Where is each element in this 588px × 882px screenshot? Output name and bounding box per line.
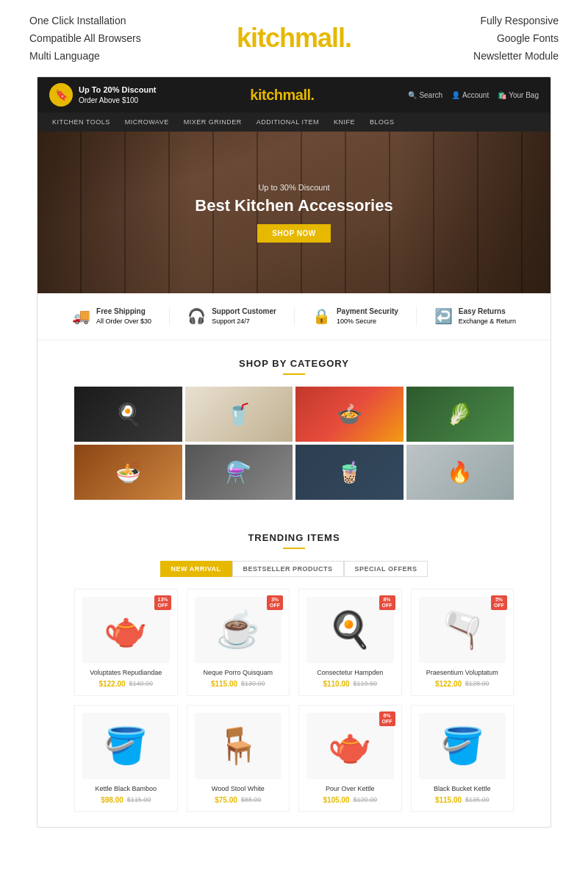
- nav-mixer-grinder[interactable]: Mixer Grinder: [176, 112, 249, 132]
- feature-support: 🎧 Support Customer Support 24/7: [170, 306, 295, 326]
- category-item-8[interactable]: 🔥: [406, 445, 514, 500]
- nav-microwave[interactable]: Microwave: [118, 112, 176, 132]
- category-item-7[interactable]: 🧋: [295, 445, 404, 500]
- category-item-2[interactable]: 🥤: [185, 387, 293, 442]
- tab-new-arrival[interactable]: NEW ARRIVAL: [160, 561, 232, 577]
- price-old-5: $115.00: [127, 796, 151, 803]
- feature-returns: ↩️ Easy Returns Exchange & Return: [417, 306, 534, 326]
- search-icon: 🔍: [408, 91, 417, 99]
- store-header: 🔖 Up To 20% Discount Order Above $100 ki…: [37, 77, 551, 112]
- discount-icon: 🔖: [49, 83, 73, 107]
- feature-bar: 🚚 Free Shipping All Order Over $30 🎧 Sup…: [37, 293, 551, 340]
- product-badge-7: 6%OFF: [379, 711, 395, 727]
- tab-special-offers[interactable]: SPECIAL OFFERS: [344, 561, 429, 577]
- category-item-5[interactable]: 🍜: [74, 445, 182, 500]
- hero-banner: Up to 30% Discount Best Kitchen Accessor…: [37, 132, 551, 293]
- top-bar-right: Fully Responsive Google Fonts Newsletter…: [473, 15, 559, 62]
- product-name-2: Neque Porro Quisquam: [195, 669, 282, 676]
- discount-text: Up To 20% Discount Order Above $100: [79, 85, 157, 104]
- search-btn[interactable]: 🔍 Search: [408, 91, 442, 99]
- hero-subtitle: Up to 30% Discount: [195, 183, 392, 192]
- product-grid-row1: 13%OFF 🫖 Voluptates Repudiandae $122.00 …: [74, 589, 514, 696]
- product-name-1: Voluptates Repudiandae: [82, 669, 170, 676]
- product-img-6: 🪑: [195, 713, 282, 779]
- product-name-3: Consectetur Hampden: [306, 669, 394, 676]
- price-old-3: $119.60: [354, 680, 378, 687]
- product-prices-6: $75.00 $88.00: [195, 796, 282, 804]
- feature-compatible: Compatible All Browsers: [29, 32, 141, 44]
- product-prices-8: $115.00 $135.00: [419, 796, 506, 804]
- support-icon: 🎧: [187, 307, 206, 325]
- logo-part3: all.: [318, 23, 351, 53]
- category-item-6[interactable]: ⚗️: [185, 445, 293, 500]
- shop-by-category-section: SHOP BY CATEGORY 🍳 🥤 🍲 🥬 🍜 ⚗️ �: [37, 340, 551, 514]
- account-btn[interactable]: 👤 Account: [451, 91, 489, 99]
- category-item-3[interactable]: 🍲: [295, 387, 404, 442]
- product-card-4[interactable]: 5%OFF 🫗 Praesentium Voluptatum $122.00 $…: [411, 589, 514, 696]
- store-header-right: 🔍 Search 👤 Account 🛍️ Your Bag: [408, 91, 539, 99]
- price-old-7: $120.00: [354, 796, 378, 803]
- payment-icon: 🔒: [312, 307, 331, 325]
- feature-google-fonts: Google Fonts: [473, 32, 559, 44]
- nav-kitchen-tools[interactable]: Kitchen Tools: [45, 112, 118, 132]
- logo-part2: m: [295, 23, 318, 53]
- product-prices-3: $110.00 $119.60: [306, 680, 394, 688]
- product-name-8: Black Bucket Kettle: [419, 785, 506, 792]
- account-icon: 👤: [451, 91, 460, 99]
- product-card-7[interactable]: 6%OFF 🫖 Pour Over Kettle $105.00 $120.00: [298, 705, 402, 812]
- product-badge-4: 5%OFF: [491, 595, 507, 611]
- product-card-6[interactable]: 🪑 Wood Stool White $75.00 $88.00: [187, 705, 290, 812]
- product-card-5[interactable]: 🪣 Kettle Black Bamboo $98.00 $115.00: [74, 705, 178, 812]
- product-badge-2: 3%OFF: [267, 595, 283, 611]
- category-section-title: SHOP BY CATEGORY: [37, 340, 551, 387]
- product-name-5: Kettle Black Bamboo: [82, 785, 170, 792]
- product-prices-2: $115.00 $130.00: [195, 680, 282, 688]
- store-logo[interactable]: kitchmall.: [250, 87, 314, 104]
- feature-multilang: Multi Language: [29, 50, 141, 62]
- product-badge-1: 13%OFF: [154, 595, 171, 611]
- tab-bestseller[interactable]: BESTSELLER PRODUCTS: [232, 561, 344, 577]
- hero-title: Best Kitchen Accessories: [195, 196, 392, 215]
- price-old-6: $88.00: [241, 796, 262, 803]
- price-old-4: $128.00: [465, 680, 490, 687]
- bag-btn[interactable]: 🛍️ Your Bag: [498, 91, 539, 99]
- price-current-2: $115.00: [211, 680, 237, 688]
- feature-payment: 🔒 Payment Security 100% Secure: [295, 306, 417, 326]
- price-current-8: $115.00: [435, 796, 462, 804]
- product-card-2[interactable]: 3%OFF ☕ Neque Porro Quisquam $115.00 $13…: [187, 589, 290, 696]
- price-current-7: $105.00: [323, 796, 349, 804]
- feature-shipping: 🚚 Free Shipping All Order Over $30: [54, 306, 170, 326]
- price-old-1: $140.00: [129, 680, 154, 687]
- logo-text: kitchmall.: [237, 23, 351, 54]
- product-card-1[interactable]: 13%OFF 🫖 Voluptates Repudiandae $122.00 …: [74, 589, 178, 696]
- nav-blogs[interactable]: Blogs: [362, 112, 402, 132]
- trending-title: TRENDING ITEMS: [74, 514, 514, 561]
- product-name-7: Pour Over Kettle: [306, 785, 394, 792]
- store-preview: 🔖 Up To 20% Discount Order Above $100 ki…: [37, 76, 551, 828]
- product-name-6: Wood Stool White: [195, 785, 282, 792]
- section-divider: [283, 373, 305, 375]
- bag-icon: 🛍️: [498, 91, 506, 99]
- shipping-icon: 🚚: [72, 307, 90, 325]
- feature-one-click: One Click Installation: [29, 15, 141, 26]
- main-logo: kitchmall.: [237, 23, 351, 54]
- product-img-5: 🪣: [82, 713, 170, 779]
- product-prices-4: $122.00 $128.00: [419, 680, 506, 688]
- category-item-1[interactable]: 🍳: [74, 387, 182, 442]
- category-grid: 🍳 🥤 🍲 🥬 🍜 ⚗️ 🧋 🔥: [37, 387, 551, 514]
- price-current-4: $122.00: [435, 680, 462, 688]
- product-badge-3: 8%OFF: [379, 595, 395, 611]
- logo-part1: kitch: [237, 23, 295, 53]
- hero-content: Up to 30% Discount Best Kitchen Accessor…: [195, 183, 392, 243]
- price-old-2: $130.00: [241, 680, 265, 687]
- category-item-4[interactable]: 🥬: [406, 387, 514, 442]
- shop-now-button[interactable]: Shop Now: [257, 224, 330, 243]
- nav-additional-item[interactable]: Additional Item: [249, 112, 326, 132]
- product-card-8[interactable]: 🪣 Black Bucket Kettle $115.00 $135.00: [411, 705, 514, 812]
- product-card-3[interactable]: 8%OFF 🍳 Consectetur Hampden $110.00 $119…: [298, 589, 402, 696]
- trending-divider: [283, 548, 305, 549]
- product-img-8: 🪣: [419, 713, 506, 779]
- store-header-left: 🔖 Up To 20% Discount Order Above $100: [49, 83, 157, 107]
- product-name-4: Praesentium Voluptatum: [419, 669, 506, 676]
- nav-knife[interactable]: Knife: [326, 112, 362, 132]
